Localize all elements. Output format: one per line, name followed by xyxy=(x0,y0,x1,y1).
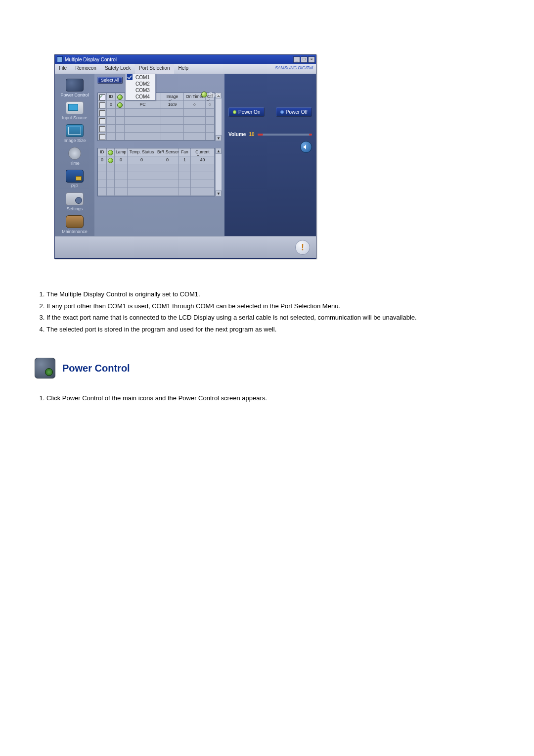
col-image-size: Image Size xyxy=(161,93,184,101)
button-label: Power Off xyxy=(286,109,308,115)
check-icon xyxy=(127,74,134,80)
cell-current-temp: 49 xyxy=(191,156,215,164)
grid-header-row: ID Input Image Size On Timer Off Timer xyxy=(98,93,215,101)
app-body: Power Control Input Source Image Size Ti… xyxy=(55,74,316,236)
sidebar-item-settings[interactable]: Settings xyxy=(55,191,94,213)
menu-file[interactable]: File xyxy=(55,64,71,74)
scroll-up-icon[interactable]: ▲ xyxy=(216,148,222,154)
sidebar-item-label: Input Source xyxy=(55,115,94,120)
grid-scrollbar[interactable]: ▲ ▼ xyxy=(215,93,222,141)
gear-icon xyxy=(66,192,84,205)
grid-row-empty xyxy=(98,109,215,117)
col-temp-status: Temp. Status xyxy=(128,148,156,156)
speaker-icon xyxy=(303,144,309,150)
cell-off-timer: ○ xyxy=(206,101,215,109)
port-option-com1[interactable]: COM1 xyxy=(126,74,155,81)
section-notes: Click Power Control of the main icons an… xyxy=(35,392,499,404)
note-item: The selected port is stored in the progr… xyxy=(46,324,499,335)
cell-status xyxy=(107,156,115,164)
scroll-down-icon[interactable]: ▼ xyxy=(216,190,222,196)
col-current-temp: Current Temp. xyxy=(191,148,215,156)
busy-dot-icon xyxy=(201,92,207,97)
pip-icon xyxy=(66,170,84,183)
menu-help[interactable]: Help xyxy=(174,64,193,74)
row-checkbox[interactable] xyxy=(99,118,105,124)
grid-row[interactable]: 0 PC 16:9 ○ ○ xyxy=(98,101,215,109)
row-checkbox[interactable] xyxy=(99,134,105,140)
status-dot-icon xyxy=(108,150,113,155)
grid-row-empty xyxy=(98,180,215,188)
col-id: ID xyxy=(107,93,116,101)
busy-label: Busy xyxy=(209,92,220,97)
col-fan: Fan xyxy=(179,148,191,156)
grid-row-empty xyxy=(98,164,215,172)
note-item: If any port other than COM1 is used, COM… xyxy=(46,300,499,312)
port-option-com4[interactable]: COM4 xyxy=(126,94,155,100)
grid-row-empty xyxy=(98,133,215,141)
menu-port-selection[interactable]: Port Selection xyxy=(135,64,174,74)
cell-br-senser: 0 xyxy=(156,156,179,164)
svg-rect-0 xyxy=(127,74,133,80)
brand-label: SAMSUNG DIGITall xyxy=(275,64,316,74)
row-checkbox[interactable] xyxy=(99,102,105,108)
port-label: COM4 xyxy=(135,94,150,99)
grid-scrollbar[interactable]: ▲ ▼ xyxy=(215,148,222,196)
sidebar-item-label: PIP xyxy=(55,184,94,189)
power-off-button[interactable]: Power Off xyxy=(276,107,312,117)
sidebar-item-pip[interactable]: PIP xyxy=(55,169,94,190)
sidebar-item-label: Image Size xyxy=(55,138,94,143)
display-grid: ID Input Image Size On Timer Off Timer 0… xyxy=(97,93,215,141)
sidebar-item-power-control[interactable]: Power Control xyxy=(55,78,94,99)
clock-icon xyxy=(68,147,81,160)
row-checkbox[interactable] xyxy=(99,126,105,132)
col-status xyxy=(107,148,115,156)
section-heading: Power Control xyxy=(62,363,130,374)
cell-temp-status: 0 xyxy=(128,156,156,164)
sidebar-item-time[interactable]: Time xyxy=(55,146,94,168)
sidebar-item-image-size[interactable]: Image Size xyxy=(55,123,94,145)
sidebar-item-label: Time xyxy=(55,161,94,166)
right-panel: Power On Power Off Volume 10 xyxy=(224,74,316,236)
checkbox-header[interactable] xyxy=(99,94,105,100)
cell-status xyxy=(116,101,125,109)
note-item: If the exact port name that is connected… xyxy=(46,312,499,324)
sidebar-item-label: Maintenance xyxy=(55,229,94,234)
status-dot-icon xyxy=(117,94,123,100)
info-icon[interactable]: ! xyxy=(295,240,310,255)
grid-row[interactable]: 0 0 0 0 1 49 xyxy=(98,156,215,164)
app-icon xyxy=(57,56,63,62)
menu-safety-lock[interactable]: Safety Lock xyxy=(101,64,135,74)
statusbar: ! xyxy=(55,236,316,258)
port-option-com2[interactable]: COM2 xyxy=(126,81,155,87)
grid-row-empty xyxy=(98,188,215,196)
row-checkbox[interactable] xyxy=(99,110,105,116)
grid-row-empty xyxy=(98,117,215,125)
note-item: Click Power Control of the main icons an… xyxy=(46,392,499,404)
minimize-button[interactable]: _ xyxy=(293,56,300,63)
port-option-com3[interactable]: COM3 xyxy=(126,87,155,94)
power-icon xyxy=(66,79,84,92)
power-on-button[interactable]: Power On xyxy=(228,107,265,117)
col-br-senser: BrR.Senser xyxy=(156,148,179,156)
cell-lamp: 0 xyxy=(115,156,128,164)
cell-id: 0 xyxy=(107,101,116,109)
scroll-down-icon[interactable]: ▼ xyxy=(216,135,222,141)
sidebar-item-label: Settings xyxy=(55,206,94,211)
select-all-button[interactable]: Select All xyxy=(97,77,123,84)
volume-slider[interactable] xyxy=(258,134,312,136)
power-control-section-icon xyxy=(35,358,55,378)
titlebar: Multiple Display Control _ □ × xyxy=(55,55,316,64)
menu-remocon[interactable]: Remocon xyxy=(71,64,101,74)
sidebar-item-maintenance[interactable]: Maintenance xyxy=(55,214,94,236)
button-label: Power On xyxy=(238,109,260,115)
grid-row-empty xyxy=(98,125,215,133)
section-heading-row: Power Control xyxy=(35,358,499,378)
cell-id: 0 xyxy=(98,156,107,164)
sidebar-item-input-source[interactable]: Input Source xyxy=(55,100,94,122)
close-button[interactable]: × xyxy=(308,56,315,63)
status-grid: ID Lamp Temp. Status BrR.Senser Fan Curr… xyxy=(97,148,215,196)
mute-button[interactable] xyxy=(300,141,312,153)
maximize-button[interactable]: □ xyxy=(301,56,308,63)
cell-input: PC xyxy=(125,101,161,109)
port-label: COM2 xyxy=(135,81,150,87)
